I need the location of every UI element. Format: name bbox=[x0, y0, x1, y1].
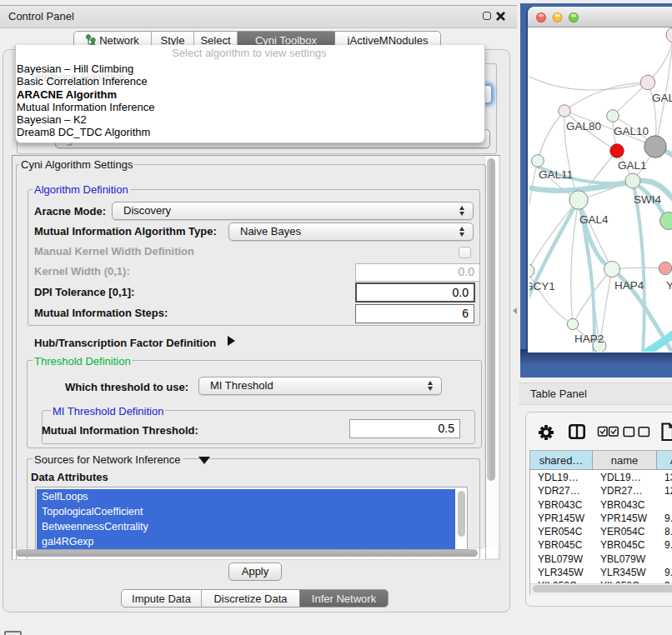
svg-text:GAL4: GAL4 bbox=[579, 213, 609, 226]
svg-text:GAL11: GAL11 bbox=[539, 168, 573, 181]
svg-text:GAL1: GAL1 bbox=[618, 159, 647, 172]
svg-text:GAL7: GAL7 bbox=[652, 92, 672, 104]
svg-text:SWI4: SWI4 bbox=[634, 193, 661, 206]
svg-text:GCY1: GCY1 bbox=[529, 280, 555, 292]
svg-text:GAL10: GAL10 bbox=[614, 125, 649, 138]
svg-text:GAL80: GAL80 bbox=[566, 120, 601, 132]
svg-text:Y: Y bbox=[666, 279, 672, 292]
svg-text:HAP2: HAP2 bbox=[574, 332, 604, 345]
svg-text:HAP4: HAP4 bbox=[614, 279, 644, 292]
